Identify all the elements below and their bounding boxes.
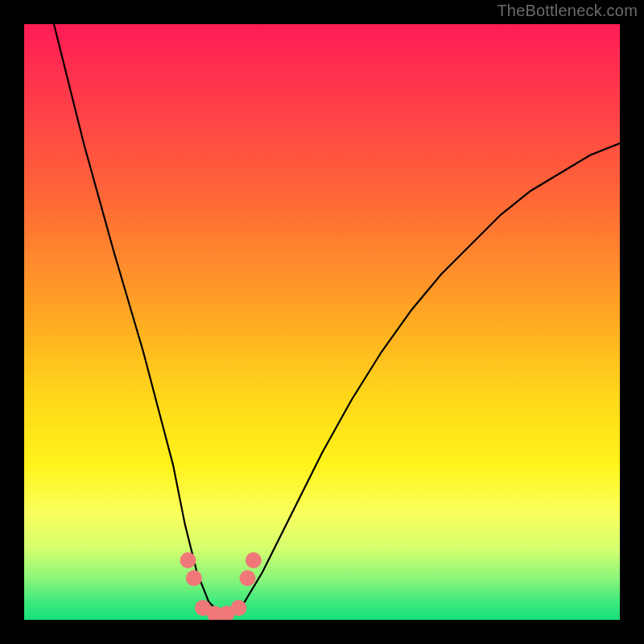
highlight-dot xyxy=(180,552,196,568)
highlight-dots xyxy=(180,552,262,620)
highlight-dot xyxy=(186,570,202,586)
highlight-dot xyxy=(246,552,262,568)
plot-area xyxy=(24,24,620,620)
highlight-dot xyxy=(240,570,256,586)
curve-layer xyxy=(24,24,620,620)
chart-frame: TheBottleneck.com xyxy=(0,0,644,644)
watermark-label: TheBottleneck.com xyxy=(497,2,638,20)
main-curve xyxy=(54,24,620,614)
highlight-dot xyxy=(230,600,246,616)
